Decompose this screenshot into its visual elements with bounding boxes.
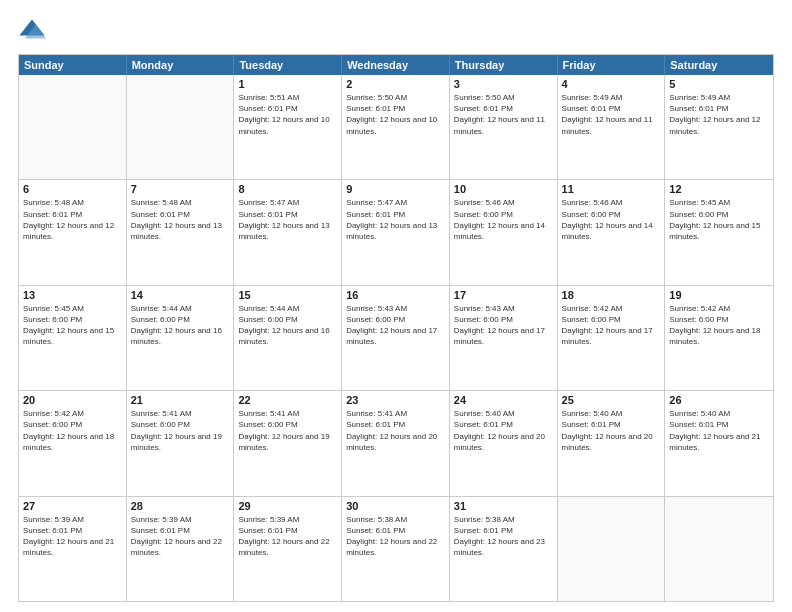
cell-sun-info: Sunrise: 5:44 AMSunset: 6:00 PMDaylight:… [131, 303, 230, 348]
day-number: 5 [669, 78, 769, 90]
calendar-body: 1Sunrise: 5:51 AMSunset: 6:01 PMDaylight… [19, 75, 773, 601]
day-number: 13 [23, 289, 122, 301]
calendar-cell: 1Sunrise: 5:51 AMSunset: 6:01 PMDaylight… [234, 75, 342, 179]
day-number: 7 [131, 183, 230, 195]
cell-sun-info: Sunrise: 5:43 AMSunset: 6:00 PMDaylight:… [346, 303, 445, 348]
cell-sun-info: Sunrise: 5:41 AMSunset: 6:00 PMDaylight:… [131, 408, 230, 453]
calendar-cell: 25Sunrise: 5:40 AMSunset: 6:01 PMDayligh… [558, 391, 666, 495]
calendar-cell: 20Sunrise: 5:42 AMSunset: 6:00 PMDayligh… [19, 391, 127, 495]
day-number: 27 [23, 500, 122, 512]
day-number: 15 [238, 289, 337, 301]
cell-sun-info: Sunrise: 5:43 AMSunset: 6:00 PMDaylight:… [454, 303, 553, 348]
day-number: 4 [562, 78, 661, 90]
calendar-cell [558, 497, 666, 601]
cell-sun-info: Sunrise: 5:38 AMSunset: 6:01 PMDaylight:… [346, 514, 445, 559]
day-number: 1 [238, 78, 337, 90]
calendar-cell: 23Sunrise: 5:41 AMSunset: 6:01 PMDayligh… [342, 391, 450, 495]
day-number: 29 [238, 500, 337, 512]
calendar-cell [19, 75, 127, 179]
calendar: SundayMondayTuesdayWednesdayThursdayFrid… [18, 54, 774, 602]
week-row-0: 1Sunrise: 5:51 AMSunset: 6:01 PMDaylight… [19, 75, 773, 179]
logo [18, 16, 50, 44]
calendar-cell: 9Sunrise: 5:47 AMSunset: 6:01 PMDaylight… [342, 180, 450, 284]
day-number: 6 [23, 183, 122, 195]
day-number: 2 [346, 78, 445, 90]
day-number: 3 [454, 78, 553, 90]
day-number: 25 [562, 394, 661, 406]
header-day-wednesday: Wednesday [342, 55, 450, 75]
header-day-saturday: Saturday [665, 55, 773, 75]
calendar-cell: 11Sunrise: 5:46 AMSunset: 6:00 PMDayligh… [558, 180, 666, 284]
cell-sun-info: Sunrise: 5:42 AMSunset: 6:00 PMDaylight:… [669, 303, 769, 348]
calendar-cell: 10Sunrise: 5:46 AMSunset: 6:00 PMDayligh… [450, 180, 558, 284]
cell-sun-info: Sunrise: 5:40 AMSunset: 6:01 PMDaylight:… [669, 408, 769, 453]
cell-sun-info: Sunrise: 5:48 AMSunset: 6:01 PMDaylight:… [23, 197, 122, 242]
page-header [18, 16, 774, 44]
cell-sun-info: Sunrise: 5:39 AMSunset: 6:01 PMDaylight:… [131, 514, 230, 559]
calendar-cell: 16Sunrise: 5:43 AMSunset: 6:00 PMDayligh… [342, 286, 450, 390]
header-day-tuesday: Tuesday [234, 55, 342, 75]
day-number: 26 [669, 394, 769, 406]
day-number: 30 [346, 500, 445, 512]
cell-sun-info: Sunrise: 5:49 AMSunset: 6:01 PMDaylight:… [562, 92, 661, 137]
calendar-cell: 14Sunrise: 5:44 AMSunset: 6:00 PMDayligh… [127, 286, 235, 390]
calendar-cell: 18Sunrise: 5:42 AMSunset: 6:00 PMDayligh… [558, 286, 666, 390]
cell-sun-info: Sunrise: 5:40 AMSunset: 6:01 PMDaylight:… [562, 408, 661, 453]
cell-sun-info: Sunrise: 5:47 AMSunset: 6:01 PMDaylight:… [238, 197, 337, 242]
calendar-cell: 13Sunrise: 5:45 AMSunset: 6:00 PMDayligh… [19, 286, 127, 390]
week-row-4: 27Sunrise: 5:39 AMSunset: 6:01 PMDayligh… [19, 496, 773, 601]
calendar-cell: 17Sunrise: 5:43 AMSunset: 6:00 PMDayligh… [450, 286, 558, 390]
header-day-thursday: Thursday [450, 55, 558, 75]
week-row-1: 6Sunrise: 5:48 AMSunset: 6:01 PMDaylight… [19, 179, 773, 284]
day-number: 10 [454, 183, 553, 195]
calendar-cell: 8Sunrise: 5:47 AMSunset: 6:01 PMDaylight… [234, 180, 342, 284]
cell-sun-info: Sunrise: 5:38 AMSunset: 6:01 PMDaylight:… [454, 514, 553, 559]
day-number: 28 [131, 500, 230, 512]
cell-sun-info: Sunrise: 5:39 AMSunset: 6:01 PMDaylight:… [23, 514, 122, 559]
week-row-2: 13Sunrise: 5:45 AMSunset: 6:00 PMDayligh… [19, 285, 773, 390]
header-day-monday: Monday [127, 55, 235, 75]
calendar-cell: 28Sunrise: 5:39 AMSunset: 6:01 PMDayligh… [127, 497, 235, 601]
cell-sun-info: Sunrise: 5:51 AMSunset: 6:01 PMDaylight:… [238, 92, 337, 137]
cell-sun-info: Sunrise: 5:46 AMSunset: 6:00 PMDaylight:… [562, 197, 661, 242]
day-number: 8 [238, 183, 337, 195]
calendar-cell [127, 75, 235, 179]
calendar-cell: 7Sunrise: 5:48 AMSunset: 6:01 PMDaylight… [127, 180, 235, 284]
cell-sun-info: Sunrise: 5:46 AMSunset: 6:00 PMDaylight:… [454, 197, 553, 242]
header-day-sunday: Sunday [19, 55, 127, 75]
day-number: 23 [346, 394, 445, 406]
cell-sun-info: Sunrise: 5:44 AMSunset: 6:00 PMDaylight:… [238, 303, 337, 348]
calendar-cell: 24Sunrise: 5:40 AMSunset: 6:01 PMDayligh… [450, 391, 558, 495]
calendar-cell: 27Sunrise: 5:39 AMSunset: 6:01 PMDayligh… [19, 497, 127, 601]
cell-sun-info: Sunrise: 5:48 AMSunset: 6:01 PMDaylight:… [131, 197, 230, 242]
calendar-cell: 6Sunrise: 5:48 AMSunset: 6:01 PMDaylight… [19, 180, 127, 284]
cell-sun-info: Sunrise: 5:42 AMSunset: 6:00 PMDaylight:… [562, 303, 661, 348]
calendar-cell: 19Sunrise: 5:42 AMSunset: 6:00 PMDayligh… [665, 286, 773, 390]
day-number: 17 [454, 289, 553, 301]
calendar-cell: 26Sunrise: 5:40 AMSunset: 6:01 PMDayligh… [665, 391, 773, 495]
calendar-cell: 21Sunrise: 5:41 AMSunset: 6:00 PMDayligh… [127, 391, 235, 495]
day-number: 12 [669, 183, 769, 195]
calendar-cell: 30Sunrise: 5:38 AMSunset: 6:01 PMDayligh… [342, 497, 450, 601]
cell-sun-info: Sunrise: 5:49 AMSunset: 6:01 PMDaylight:… [669, 92, 769, 137]
cell-sun-info: Sunrise: 5:50 AMSunset: 6:01 PMDaylight:… [454, 92, 553, 137]
day-number: 21 [131, 394, 230, 406]
calendar-cell: 29Sunrise: 5:39 AMSunset: 6:01 PMDayligh… [234, 497, 342, 601]
cell-sun-info: Sunrise: 5:39 AMSunset: 6:01 PMDaylight:… [238, 514, 337, 559]
cell-sun-info: Sunrise: 5:41 AMSunset: 6:00 PMDaylight:… [238, 408, 337, 453]
day-number: 9 [346, 183, 445, 195]
day-number: 14 [131, 289, 230, 301]
calendar-cell: 5Sunrise: 5:49 AMSunset: 6:01 PMDaylight… [665, 75, 773, 179]
day-number: 18 [562, 289, 661, 301]
calendar-cell: 15Sunrise: 5:44 AMSunset: 6:00 PMDayligh… [234, 286, 342, 390]
cell-sun-info: Sunrise: 5:45 AMSunset: 6:00 PMDaylight:… [23, 303, 122, 348]
calendar-cell: 3Sunrise: 5:50 AMSunset: 6:01 PMDaylight… [450, 75, 558, 179]
day-number: 31 [454, 500, 553, 512]
cell-sun-info: Sunrise: 5:42 AMSunset: 6:00 PMDaylight:… [23, 408, 122, 453]
day-number: 11 [562, 183, 661, 195]
calendar-cell: 2Sunrise: 5:50 AMSunset: 6:01 PMDaylight… [342, 75, 450, 179]
day-number: 16 [346, 289, 445, 301]
calendar-header: SundayMondayTuesdayWednesdayThursdayFrid… [19, 55, 773, 75]
cell-sun-info: Sunrise: 5:50 AMSunset: 6:01 PMDaylight:… [346, 92, 445, 137]
day-number: 24 [454, 394, 553, 406]
